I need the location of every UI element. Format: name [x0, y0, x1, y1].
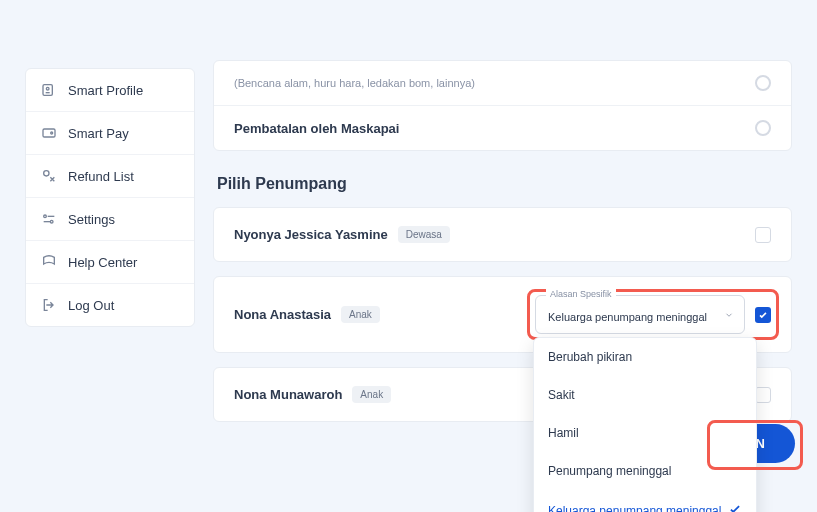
reason-select-wrapper: Alasan Spesifik Keluarga penumpang menin… [535, 295, 745, 334]
passenger-type-badge: Anak [352, 386, 391, 403]
sidebar: Smart Profile Smart Pay Refund List Sett… [25, 68, 195, 327]
select-floating-label: Alasan Spesifik [546, 289, 616, 299]
sidebar-label: Log Out [68, 298, 114, 313]
checkbox-checked[interactable] [755, 307, 771, 323]
reason-title: Pembatalan oleh Maskapai [234, 121, 399, 136]
reason-select[interactable]: Alasan Spesifik Keluarga penumpang menin… [535, 295, 745, 334]
svg-point-1 [46, 87, 49, 90]
logout-icon [40, 296, 58, 314]
svg-point-5 [44, 215, 47, 218]
sidebar-label: Help Center [68, 255, 137, 270]
settings-icon [40, 210, 58, 228]
passenger-row-jessica[interactable]: Nyonya Jessica Yasmine Dewasa [213, 207, 792, 262]
reason-row-note[interactable]: (Bencana alam, huru hara, ledakan bom, l… [214, 61, 791, 106]
sidebar-item-help-center[interactable]: Help Center [26, 241, 194, 284]
sidebar-item-refund-list[interactable]: Refund List [26, 155, 194, 198]
checkbox-unchecked[interactable] [755, 387, 771, 403]
passenger-type-badge: Dewasa [398, 226, 450, 243]
dropdown-option[interactable]: Sakit [534, 376, 756, 414]
reason-card: (Bencana alam, huru hara, ledakan bom, l… [213, 60, 792, 151]
dropdown-option[interactable]: Berubah pikiran [534, 338, 756, 376]
passenger-type-badge: Anak [341, 306, 380, 323]
dropdown-option[interactable]: Hamil [534, 414, 756, 452]
radio-icon[interactable] [755, 75, 771, 91]
dropdown-option-selected[interactable]: Keluarga penumpang meninggal [534, 490, 756, 512]
reason-dropdown: Berubah pikiran Sakit Hamil Penumpang me… [533, 337, 757, 512]
passenger-name: Nyonya Jessica Yasmine [234, 227, 388, 242]
wallet-icon [40, 124, 58, 142]
checkbox-unchecked[interactable] [755, 227, 771, 243]
check-icon [728, 502, 742, 512]
passenger-name: Nona Anastasia [234, 307, 331, 322]
passengers-heading: Pilih Penumpang [217, 175, 792, 193]
profile-icon [40, 81, 58, 99]
sidebar-label: Refund List [68, 169, 134, 184]
passenger-name: Nona Munawaroh [234, 387, 342, 402]
radio-icon[interactable] [755, 120, 771, 136]
sidebar-item-smart-pay[interactable]: Smart Pay [26, 112, 194, 155]
reason-note: (Bencana alam, huru hara, ledakan bom, l… [234, 77, 475, 89]
main-content: (Bencana alam, huru hara, ledakan bom, l… [213, 0, 792, 512]
select-value: Keluarga penumpang meninggal [548, 311, 707, 323]
svg-point-3 [51, 132, 53, 134]
help-icon [40, 253, 58, 271]
svg-point-6 [50, 220, 53, 223]
sidebar-label: Smart Pay [68, 126, 129, 141]
sidebar-item-settings[interactable]: Settings [26, 198, 194, 241]
refund-icon [40, 167, 58, 185]
sidebar-item-logout[interactable]: Log Out [26, 284, 194, 326]
reason-row-airline-cancel[interactable]: Pembatalan oleh Maskapai [214, 106, 791, 150]
dropdown-option[interactable]: Penumpang meninggal [534, 452, 756, 490]
sidebar-label: Settings [68, 212, 115, 227]
sidebar-item-smart-profile[interactable]: Smart Profile [26, 69, 194, 112]
sidebar-label: Smart Profile [68, 83, 143, 98]
passenger-row-anastasia[interactable]: Nona Anastasia Anak Alasan Spesifik Kelu… [213, 276, 792, 353]
chevron-down-icon [724, 306, 734, 324]
svg-point-4 [44, 171, 49, 176]
